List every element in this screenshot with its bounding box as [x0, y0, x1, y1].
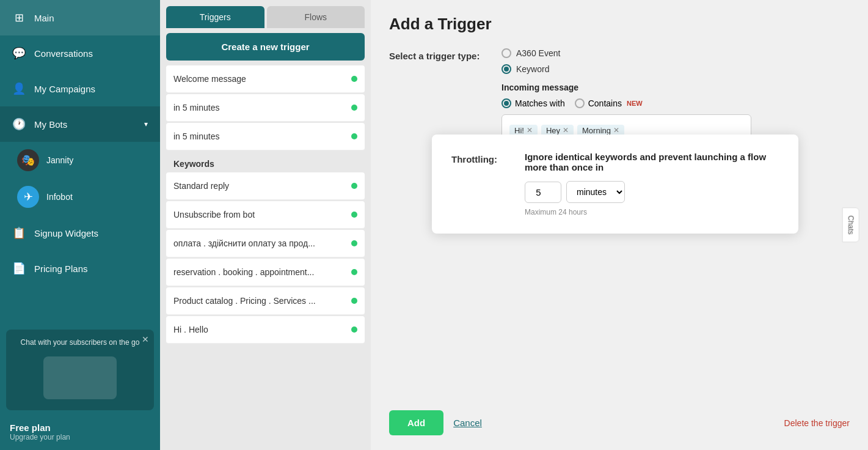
sidebar-item-mybots[interactable]: 🕐 My Bots ▾ — [0, 106, 160, 142]
throttle-popup: Throttling: Ignore identical keywords an… — [432, 135, 798, 234]
sidebar-item-signup[interactable]: 📋 Signup Widgets — [0, 215, 160, 251]
create-trigger-button[interactable]: Create a new trigger — [166, 33, 365, 61]
mybots-icon: 🕐 — [12, 117, 26, 131]
sidebar-label-pricing: Pricing Plans — [34, 264, 88, 274]
throttle-label: Throttling: — [451, 152, 512, 164]
sidebar-item-main[interactable]: ⊞ Main — [0, 0, 160, 35]
keywords-section-header: Keywords — [166, 152, 365, 172]
match-matches-circle — [501, 98, 511, 108]
trigger-panel: Triggers Flows Create a new trigger Welc… — [160, 0, 371, 450]
trigger-item-reservation[interactable]: reservation . booking . appointment... — [166, 259, 365, 286]
trigger-status-oplata — [351, 240, 357, 246]
page-title: Add a Trigger — [389, 15, 850, 34]
match-contains-label: Contains — [588, 98, 622, 108]
trigger-status-hi — [351, 326, 357, 333]
sidebar-item-pricing[interactable]: 📄 Pricing Plans — [0, 251, 160, 286]
match-matches-label: Matches with — [515, 98, 565, 108]
match-contains-circle — [575, 98, 585, 108]
form-actions: Add Cancel Delete the trigger — [389, 410, 850, 435]
campaigns-icon: 👤 — [12, 82, 26, 95]
throttle-max-note: Maximum 24 hours — [525, 208, 779, 216]
trigger-label-welcome: Welcome message — [173, 74, 246, 84]
trigger-label-product: Product catalog . Pricing . Services ... — [173, 296, 316, 306]
match-contains[interactable]: Contains NEW — [575, 98, 643, 108]
tab-triggers[interactable]: Triggers — [166, 6, 264, 28]
throttle-title: Ignore identical keywords and prevent la… — [525, 152, 779, 172]
keyword-tag-hi-remove[interactable]: ✕ — [527, 126, 533, 135]
tabs-bar: Triggers Flows — [160, 0, 371, 28]
cancel-button[interactable]: Cancel — [453, 418, 482, 428]
trigger-label-5min2: in 5 minutes — [173, 131, 219, 141]
trigger-type-label: Select a trigger type: — [389, 48, 487, 61]
throttle-unit-select[interactable]: minutes hours — [566, 181, 625, 203]
keyword-tag-morning-remove[interactable]: ✕ — [613, 126, 619, 135]
throttle-content: Ignore identical keywords and prevent la… — [525, 152, 779, 216]
chats-tab[interactable]: Chats — [842, 207, 859, 242]
sidebar-label-mybots: My Bots — [34, 119, 67, 130]
trigger-item-oplata[interactable]: оплата . здійснити оплату за прод... — [166, 230, 365, 257]
trigger-status-welcome — [351, 76, 357, 82]
trigger-label-reservation: reservation . booking . appointment... — [173, 267, 314, 277]
plan-section: Free plan Upgrade your plan — [0, 416, 160, 450]
incoming-label: Incoming message — [501, 83, 751, 92]
trigger-item-standard[interactable]: Standard reply — [166, 172, 365, 200]
pricing-icon: 📄 — [12, 262, 26, 275]
right-panel: Add a Trigger Select a trigger type: A36… — [371, 0, 868, 450]
trigger-label-oplata: оплата . здійснити оплату за прод... — [173, 238, 315, 248]
sidebar-bot-infobot[interactable]: ✈ Infobot — [0, 179, 160, 215]
trigger-status-reservation — [351, 269, 357, 275]
trigger-item-welcome[interactable]: Welcome message — [166, 65, 365, 93]
promo-banner: ✕ Chat with your subscribers on the go — [6, 330, 154, 410]
trigger-status-unsub — [351, 212, 357, 218]
infobot-label: Infobot — [46, 192, 73, 202]
trigger-status-5min2 — [351, 133, 357, 139]
radio-a360-circle — [501, 48, 511, 58]
contains-new-badge: NEW — [627, 100, 643, 107]
radio-a360[interactable]: A360 Event — [501, 48, 751, 58]
mybots-arrow-icon: ▾ — [144, 120, 148, 128]
promo-text: Chat with your subscribers on the go — [12, 336, 148, 347]
keyword-tag-hi-text: Hi! — [514, 126, 524, 135]
promo-close-icon[interactable]: ✕ — [142, 334, 149, 344]
delete-trigger-button[interactable]: Delete the trigger — [784, 418, 850, 428]
sidebar: ⊞ Main 💬 Conversations 👤 My Campaigns 🕐 … — [0, 0, 160, 450]
keyword-tag-morning-text: Morning — [582, 126, 611, 135]
main-area: Triggers Flows Create a new trigger Welc… — [160, 0, 868, 450]
throttle-row: Throttling: Ignore identical keywords an… — [451, 152, 779, 216]
throttle-inputs: minutes hours — [525, 181, 779, 203]
jannity-label: Jannity — [46, 155, 73, 165]
jannity-avatar: 🎭 — [17, 149, 39, 171]
promo-image — [12, 352, 148, 404]
sidebar-label-signup: Signup Widgets — [34, 228, 98, 238]
keyword-tag-hey-text: Hey — [546, 126, 560, 135]
trigger-item-hi[interactable]: Hi . Hello — [166, 316, 365, 344]
promo-image-mock — [43, 356, 117, 399]
trigger-status-5min1 — [351, 105, 357, 111]
radio-keyword-circle — [501, 64, 511, 74]
tab-flows[interactable]: Flows — [267, 6, 365, 28]
throttle-number-input[interactable] — [525, 182, 561, 203]
sidebar-label-conversations: Conversations — [34, 48, 93, 59]
radio-keyword[interactable]: Keyword — [501, 64, 751, 74]
signup-icon: 📋 — [12, 226, 26, 240]
trigger-item-5min2[interactable]: in 5 minutes — [166, 123, 365, 150]
trigger-label-unsub: Unsubscribe from bot — [173, 210, 255, 219]
sidebar-item-conversations[interactable]: 💬 Conversations — [0, 35, 160, 71]
add-button[interactable]: Add — [389, 410, 443, 435]
conversations-icon: 💬 — [12, 46, 26, 60]
sidebar-bot-jannity[interactable]: 🎭 Jannity — [0, 142, 160, 179]
radio-a360-label: A360 Event — [516, 48, 560, 58]
plan-name: Free plan — [10, 422, 150, 433]
keyword-tag-hey-remove[interactable]: ✕ — [563, 126, 569, 135]
main-icon: ⊞ — [12, 11, 26, 24]
match-matches[interactable]: Matches with — [501, 98, 565, 108]
trigger-item-product[interactable]: Product catalog . Pricing . Services ... — [166, 287, 365, 315]
trigger-label-standard: Standard reply — [173, 181, 229, 191]
trigger-item-unsub[interactable]: Unsubscribe from bot — [166, 201, 365, 229]
trigger-item-5min1[interactable]: in 5 minutes — [166, 94, 365, 122]
sidebar-item-campaigns[interactable]: 👤 My Campaigns — [0, 71, 160, 106]
radio-keyword-label: Keyword — [516, 64, 549, 74]
trigger-status-standard — [351, 183, 357, 189]
plan-upgrade[interactable]: Upgrade your plan — [10, 433, 150, 441]
match-row: Matches with Contains NEW — [501, 98, 751, 108]
